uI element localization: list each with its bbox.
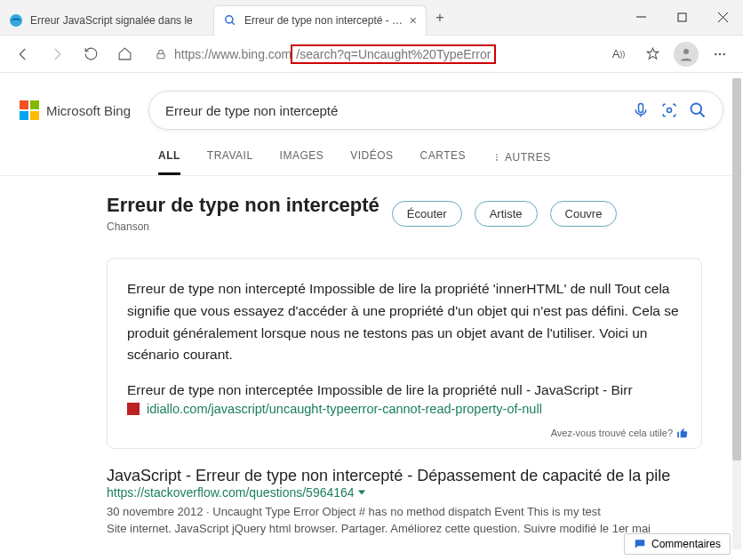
search-box[interactable] [148,91,723,130]
lock-icon [155,48,167,60]
svg-point-16 [496,154,498,156]
nav-more[interactable]: AUTRES [492,149,551,175]
scrollbar[interactable] [732,78,741,549]
home-button[interactable] [108,38,140,70]
microsoft-logo-icon [20,100,39,120]
svg-point-8 [683,49,689,54]
avatar-icon [674,42,699,67]
maximize-button[interactable] [661,0,702,36]
comments-button[interactable]: Commentaires [624,533,731,555]
answer-link[interactable]: idiallo.com/javascript/uncaught-typeerro… [127,402,682,416]
forward-button[interactable] [41,38,73,70]
bing-header: Microsoft Bing [0,73,743,139]
answer-link-title: Erreur de type non interceptée Impossibl… [127,382,682,398]
svg-point-13 [667,108,672,113]
browser-tab-1[interactable]: Erreur JavaScript signalée dans le [0,5,213,36]
page-content: Microsoft Bing ALL TRAVAIL IMAGES VIDÉOS… [0,73,743,560]
url-highlighted: /search?q=Uncaught%20TypeError [291,44,496,64]
browser-toolbar: https://www.bing.com/search?q=Uncaught%2… [0,36,743,73]
nav-more-label: AUTRES [505,151,551,164]
svg-point-10 [719,52,721,54]
feedback-row: Avez-vous trouvé cela utile? [551,427,689,439]
svg-point-14 [691,104,702,115]
tab-title: Erreur de type non intercepté - Recherch… [244,14,404,27]
result-meta: 30 novembre 2012 · Uncaught Type Error O… [107,505,702,518]
back-button[interactable] [7,38,39,70]
pill-listen[interactable]: Écouter [392,201,462,227]
svg-point-1 [226,16,233,23]
nav-all[interactable]: ALL [158,149,180,175]
pill-artist[interactable]: Artiste [475,201,538,227]
chevron-down-icon [358,489,365,496]
nav-maps[interactable]: CARTES [420,149,466,175]
site-favicon-icon [127,403,140,415]
result-title[interactable]: JavaScript - Erreur de type non intercep… [107,467,702,485]
svg-point-18 [496,159,498,161]
url-text: https://www.bing.com/search?q=Uncaught%2… [174,44,496,64]
pill-cover[interactable]: Couvre [550,201,618,227]
nav-videos[interactable]: VIDÉOS [350,149,393,175]
read-aloud-button[interactable]: A)) [603,38,635,70]
more-button[interactable] [704,38,736,70]
search-result: JavaScript - Erreur de type non intercep… [107,467,702,535]
result-subtitle: Chanson [107,220,379,233]
bing-search-icon [223,13,237,28]
thumb-up-icon[interactable] [676,427,689,439]
refresh-button[interactable] [75,38,107,70]
result-snippet: Site internet. JavaScript jQuery html br… [107,522,702,535]
edge-icon [9,13,23,28]
favorites-button[interactable] [636,38,668,70]
close-icon[interactable]: × [410,13,417,28]
comments-label: Commentaires [651,538,721,550]
results-area: Erreur de type non intercepté Chanson Éc… [0,176,743,535]
search-input[interactable] [165,103,621,118]
tab-title: Erreur JavaScript signalée dans le [30,14,204,27]
svg-rect-4 [678,13,686,21]
svg-point-17 [496,156,498,158]
close-window-button[interactable] [702,0,743,36]
window-controls [620,0,743,36]
svg-rect-12 [639,104,643,113]
feedback-text: Avez-vous trouvé cela utile? [551,428,673,438]
svg-point-9 [715,52,716,54]
new-tab-button[interactable]: + [427,10,453,26]
scrollbar-thumb[interactable] [732,78,741,460]
brand-text: Microsoft Bing [46,103,131,118]
result-heading: Erreur de type non intercepté [107,194,379,217]
svg-rect-7 [157,53,164,58]
answer-text: Erreur de type non intercepté Impossible… [127,278,682,366]
titlebar: Erreur JavaScript signalée dans le Erreu… [0,0,743,36]
answer-card: Erreur de type non intercepté Impossible… [107,258,702,449]
nav-images[interactable]: IMAGES [280,149,324,175]
result-url[interactable]: https://stackoverflow.com/questions/5964… [107,485,702,500]
comment-icon [634,538,646,550]
browser-tab-2[interactable]: Erreur de type non intercepté - Recherch… [213,5,427,36]
url-prefix: https://www.bing.com [174,47,292,61]
mic-icon[interactable] [632,101,650,119]
search-nav: ALL TRAVAIL IMAGES VIDÉOS CARTES AUTRES [0,139,743,176]
svg-point-11 [723,52,724,54]
nav-work[interactable]: TRAVAIL [207,149,253,175]
svg-line-2 [232,22,235,25]
bing-logo[interactable]: Microsoft Bing [20,100,131,120]
svg-line-15 [700,113,705,117]
address-bar[interactable]: https://www.bing.com/search?q=Uncaught%2… [148,40,595,68]
search-icon[interactable] [689,101,707,119]
minimize-button[interactable] [620,0,661,36]
answer-url: idiallo.com/javascript/uncaught-typeerro… [147,402,542,416]
profile-button[interactable] [670,38,702,70]
lens-icon[interactable] [660,101,678,119]
